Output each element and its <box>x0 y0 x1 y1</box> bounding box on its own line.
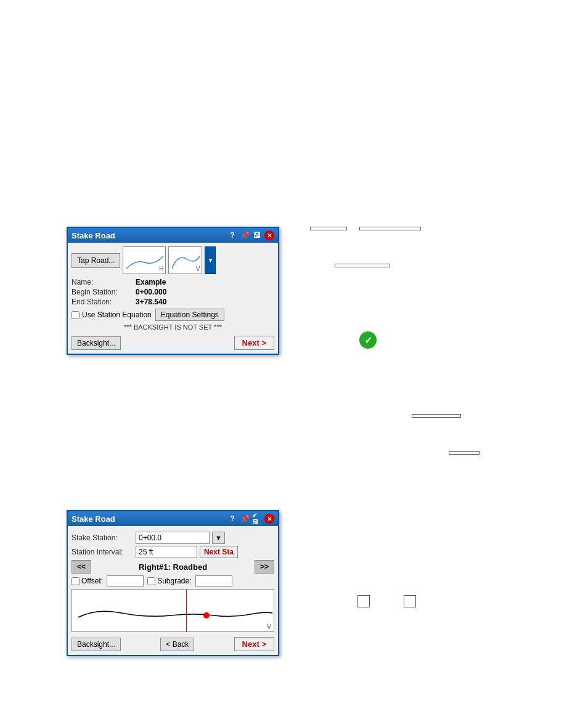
name-label: Name: <box>71 278 133 286</box>
road-preview-area: Tap Road... H V ▼ <box>71 246 274 274</box>
station-interval-input[interactable] <box>136 546 197 558</box>
back-button-bottom[interactable]: < Back <box>160 638 194 651</box>
dialog-title-top: Stake Road <box>71 231 227 240</box>
help-icon-bottom[interactable]: ? <box>227 514 237 524</box>
dialog-footer-bottom: Backsight... < Back Next > <box>71 635 274 651</box>
close-button-bottom[interactable]: ✕ <box>264 514 274 524</box>
float-checkbox-1[interactable] <box>357 595 370 607</box>
station-interval-label: Station Interval: <box>71 548 133 556</box>
road-dropdown-button[interactable]: ▼ <box>205 246 216 274</box>
vertical-red-line <box>186 590 187 631</box>
offset-check-label[interactable]: Offset: <box>71 577 103 585</box>
close-button-top[interactable]: ✕ <box>264 230 274 240</box>
backsight-warning: *** BACKSIGHT IS NOT SET *** <box>71 323 274 331</box>
stake-station-label: Stake Station: <box>71 533 133 542</box>
pin-icon-bottom[interactable]: 📌 <box>240 514 250 524</box>
tap-road-button[interactable]: Tap Road... <box>71 253 120 268</box>
h-label: H <box>159 266 163 272</box>
horizontal-preview: H <box>123 246 166 274</box>
dialog-titlebar-bottom: Stake Road ? 📌 ✔🖫 ✕ <box>68 511 278 526</box>
name-row: Name: Example <box>71 278 274 286</box>
subgrade-checkbox[interactable] <box>147 577 155 585</box>
float-box-3 <box>335 264 390 267</box>
use-station-eq-checkbox[interactable] <box>71 311 80 319</box>
profile-svg <box>72 590 274 632</box>
dialog-title-bottom: Stake Road <box>71 514 227 524</box>
float-box-1 <box>310 227 347 230</box>
help-icon[interactable]: ? <box>227 230 237 240</box>
stake-road-dialog-bottom: Stake Road ? 📌 ✔🖫 ✕ Stake Station: ▼ Sta… <box>67 510 279 656</box>
begin-station-row: Begin Station: 0+00.000 <box>71 288 274 296</box>
pin-icon[interactable]: 📌 <box>240 230 250 240</box>
offset-checkbox[interactable] <box>71 577 80 585</box>
dialog-body-bottom: Stake Station: ▼ Station Interval: Next … <box>68 526 278 655</box>
stake-station-row: Stake Station: ▼ <box>71 532 274 544</box>
equation-settings-button[interactable]: Equation Settings <box>155 309 224 321</box>
stake-station-input[interactable] <box>136 532 210 544</box>
backsight-button-top[interactable]: Backsight... <box>71 336 121 350</box>
v-label: V <box>196 266 200 272</box>
next-button-top[interactable]: Next > <box>234 336 274 350</box>
profile-v-label: V <box>267 623 271 630</box>
offset-input[interactable] <box>107 575 144 586</box>
profile-area: V <box>71 589 274 632</box>
save-icon-bottom[interactable]: ✔🖫 <box>252 514 262 524</box>
equation-row: Use Station Equation Equation Settings <box>71 309 274 321</box>
dialog-titlebar-top: Stake Road ? 📌 🖫 ✕ <box>68 228 278 243</box>
end-station-label: End Station: <box>71 298 133 306</box>
titlebar-icons-bottom: ? 📌 ✔🖫 ✕ <box>227 514 274 524</box>
next-sta-button[interactable]: Next Sta <box>200 546 238 558</box>
svg-point-0 <box>203 612 210 619</box>
end-station-row: End Station: 3+78.540 <box>71 298 274 306</box>
subgrade-input[interactable] <box>195 575 232 586</box>
dialog-body-top: Tap Road... H V ▼ Name: Example Begin St… <box>68 243 278 354</box>
titlebar-icons-top: ? 📌 🖫 ✕ <box>227 230 274 240</box>
stake-station-dropdown[interactable]: ▼ <box>212 532 225 544</box>
stake-road-dialog-top: Stake Road ? 📌 🖫 ✕ Tap Road... H V ▼ <box>67 227 279 355</box>
begin-station-label: Begin Station: <box>71 288 133 296</box>
float-box-4 <box>412 414 461 418</box>
begin-station-value: 0+00.000 <box>136 288 166 296</box>
subgrade-check-label[interactable]: Subgrade: <box>147 577 191 585</box>
next-button-bottom[interactable]: Next > <box>234 637 274 651</box>
use-station-eq-label[interactable]: Use Station Equation <box>71 310 152 319</box>
green-checkmark: ✓ <box>359 331 377 349</box>
station-interval-row: Station Interval: Next Sta <box>71 546 274 558</box>
vertical-preview: V <box>168 246 202 274</box>
offset-row: Offset: Subgrade: <box>71 575 274 586</box>
nav-right-button[interactable]: >> <box>255 560 274 574</box>
roadbed-label: Right#1: Roadbed <box>139 562 207 572</box>
end-station-value: 3+78.540 <box>136 298 166 306</box>
float-box-5 <box>449 451 480 455</box>
float-box-2 <box>359 227 421 230</box>
nav-left-button[interactable]: << <box>71 560 91 574</box>
float-checkbox-2[interactable] <box>404 595 416 607</box>
backsight-button-bottom[interactable]: Backsight... <box>71 638 121 651</box>
nav-row: << Right#1: Roadbed >> <box>71 560 274 574</box>
name-value: Example <box>136 278 166 286</box>
dialog-footer-top: Backsight... Next > <box>71 333 274 350</box>
save-icon[interactable]: 🖫 <box>252 230 262 240</box>
